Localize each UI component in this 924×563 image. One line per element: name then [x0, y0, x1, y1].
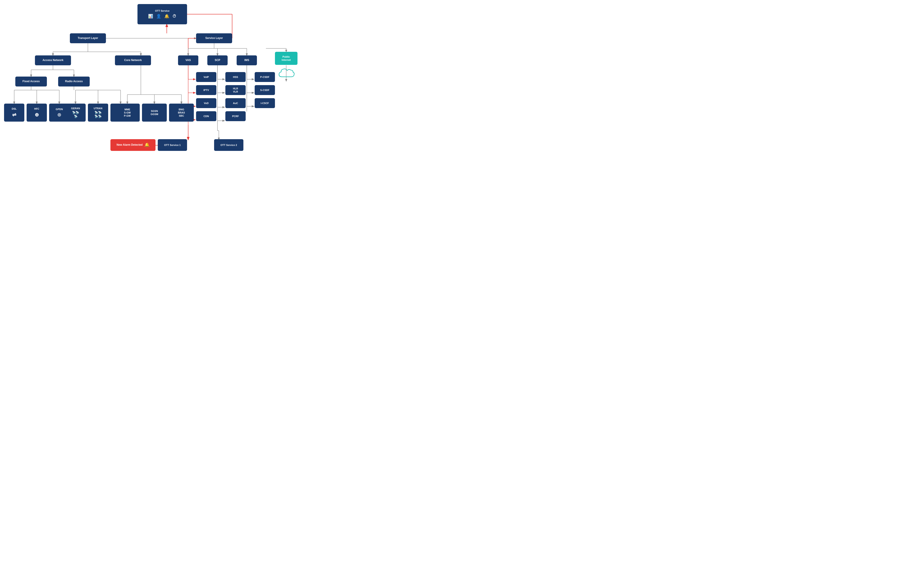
- node-new-alarm[interactable]: New Alarm Detected 🔔: [110, 139, 156, 151]
- vas-label: VAS: [186, 58, 191, 62]
- vod-label: VoD: [204, 102, 208, 105]
- node-transport-layer[interactable]: Transport Layer: [70, 33, 106, 43]
- node-ott-service2[interactable]: OTT Service 2: [214, 139, 243, 151]
- node-ott-service1[interactable]: OTT Service 1: [158, 139, 187, 151]
- node-geran[interactable]: GERAN 📡📡📡: [65, 103, 86, 121]
- alarm-icon-top: 🔔: [164, 14, 169, 19]
- node-hfc[interactable]: HFC ⊕: [27, 103, 47, 121]
- p-csdf-label: P-CSDF: [260, 75, 270, 79]
- sgsn-label: SGSNGGSM: [150, 109, 158, 116]
- access-network-label: Access Network: [43, 58, 63, 62]
- ott-service-icons: 📊 👤 🔔 ⏱: [148, 14, 177, 19]
- node-ims[interactable]: IMS: [237, 55, 257, 65]
- radio-access-label: Radio Access: [65, 80, 83, 83]
- node-ott-service-top[interactable]: OTT Service 📊 👤 🔔 ⏱: [138, 4, 187, 24]
- core-network-label: Core Network: [124, 58, 142, 62]
- geran-icon: 📡📡📡: [72, 111, 79, 118]
- node-voip[interactable]: VoIP: [196, 72, 216, 82]
- cloud-svg: [277, 66, 295, 80]
- cdn-label: CDN: [204, 115, 209, 118]
- node-i-cscf[interactable]: I-CSCF: [255, 98, 275, 108]
- utran-label: UTRAN: [94, 107, 102, 110]
- node-s-csdf[interactable]: S-CSDF: [255, 85, 275, 95]
- fixed-access-label: Fixed Access: [22, 80, 40, 83]
- service-layer-label: Service Layer: [205, 36, 223, 40]
- transport-layer-label: Transport Layer: [78, 36, 98, 40]
- ims-label: IMS: [244, 58, 249, 62]
- node-dsl[interactable]: DSL ⇌: [4, 103, 24, 121]
- node-sgsn[interactable]: SGSNGGSM: [142, 103, 167, 121]
- node-fixed-access[interactable]: Fixed Access: [15, 76, 47, 87]
- node-scp[interactable]: SCP: [207, 55, 228, 65]
- ott-service2-label: OTT Service 2: [220, 144, 237, 147]
- dsl-label: DSL: [12, 107, 16, 110]
- node-cdn[interactable]: CDN: [196, 111, 216, 121]
- node-radio-access[interactable]: Radio Access: [58, 76, 90, 87]
- mme-label: MMES-GWP-GW: [124, 108, 131, 118]
- node-core-network[interactable]: Core Network: [115, 55, 151, 65]
- user-icon: 👤: [156, 14, 161, 19]
- node-hss[interactable]: HSS: [225, 72, 246, 82]
- geran-label: GERAN: [71, 107, 80, 110]
- gpdn-icon: ◎: [57, 112, 61, 117]
- gpdn-label: GPDN: [56, 108, 63, 111]
- ott-service1-label: OTT Service 1: [164, 144, 180, 147]
- node-access-network[interactable]: Access Network: [35, 55, 71, 65]
- hss-label: HSS: [233, 75, 238, 79]
- scp-label: SCP: [215, 58, 220, 62]
- hfc-label: HFC: [34, 107, 39, 110]
- dsl-icon: ⇌: [12, 112, 16, 118]
- node-vas[interactable]: VAS: [178, 55, 198, 65]
- pcrf-label: PCRF: [232, 115, 239, 118]
- node-auc[interactable]: AuC: [225, 98, 246, 108]
- iptv-label: IPTV: [204, 88, 209, 92]
- auc-label: AuC: [233, 102, 238, 105]
- node-bng[interactable]: BNGBRASSBC: [169, 103, 194, 121]
- timer-icon: ⏱: [172, 14, 177, 19]
- s-csdf-label: S-CSDF: [260, 88, 270, 92]
- hfc-icon: ⊕: [35, 112, 39, 118]
- node-hlr-vlr[interactable]: HLRVLR: [225, 85, 246, 95]
- ott-service-top-label: OTT Service: [155, 9, 170, 12]
- voip-label: VoIP: [204, 75, 209, 79]
- node-service-layer[interactable]: Service Layer: [196, 33, 232, 43]
- kpi-icon: 📊: [148, 14, 153, 19]
- hlr-vlr-label: HLRVLR: [233, 87, 238, 93]
- i-cscf-label: I-CSCF: [261, 102, 269, 105]
- node-iptv[interactable]: IPTV: [196, 85, 216, 95]
- node-p-csdf[interactable]: P-CSDF: [255, 72, 275, 82]
- node-public-internet[interactable]: PublicInternet: [275, 52, 297, 65]
- cloud-icon: [277, 66, 295, 80]
- new-alarm-label: New Alarm Detected: [117, 143, 142, 147]
- node-utran[interactable]: UTRAN 📡📡📡📡: [88, 103, 108, 121]
- bng-label: BNGBRASSBC: [178, 108, 185, 118]
- alarm-bell-icon: 🔔: [144, 142, 149, 148]
- node-vod[interactable]: VoD: [196, 98, 216, 108]
- utran-icon: 📡📡📡📡: [94, 111, 102, 118]
- node-pcrf[interactable]: PCRF: [225, 111, 246, 121]
- diagram-container: OTT Service 📊 👤 🔔 ⏱ Transport Layer Serv…: [0, 0, 308, 188]
- public-internet-label: PublicInternet: [282, 55, 291, 62]
- node-mme[interactable]: MMES-GWP-GW: [115, 103, 140, 121]
